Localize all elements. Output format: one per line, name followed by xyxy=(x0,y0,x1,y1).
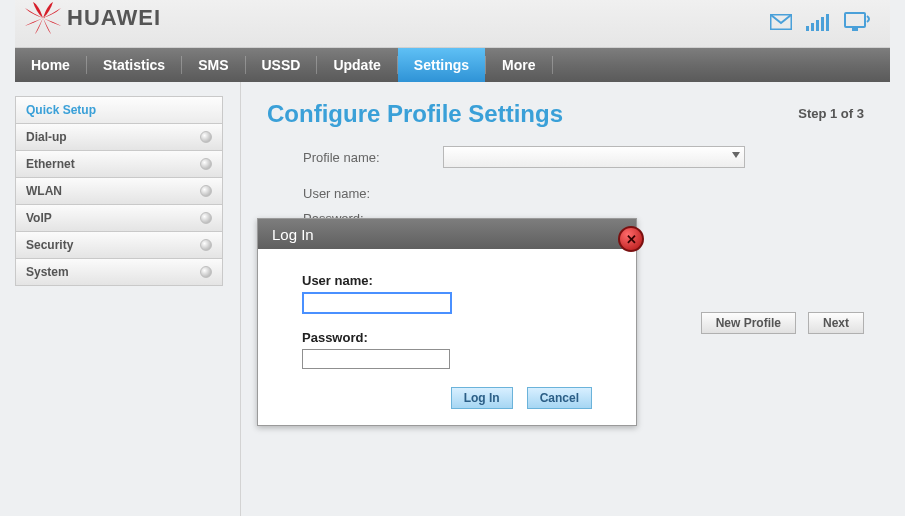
close-icon: ✕ xyxy=(626,232,637,247)
modal-close-button[interactable]: ✕ xyxy=(618,226,644,252)
modal-user-label: User name: xyxy=(302,273,592,288)
modal-username-input[interactable] xyxy=(302,292,452,314)
modal-pass-label: Password: xyxy=(302,330,592,345)
login-modal: Log In ✕ User name: Password: Log In Can… xyxy=(257,218,637,426)
cancel-button[interactable]: Cancel xyxy=(527,387,592,409)
modal-password-input[interactable] xyxy=(302,349,450,369)
modal-title: Log In xyxy=(258,219,636,249)
login-button[interactable]: Log In xyxy=(451,387,513,409)
